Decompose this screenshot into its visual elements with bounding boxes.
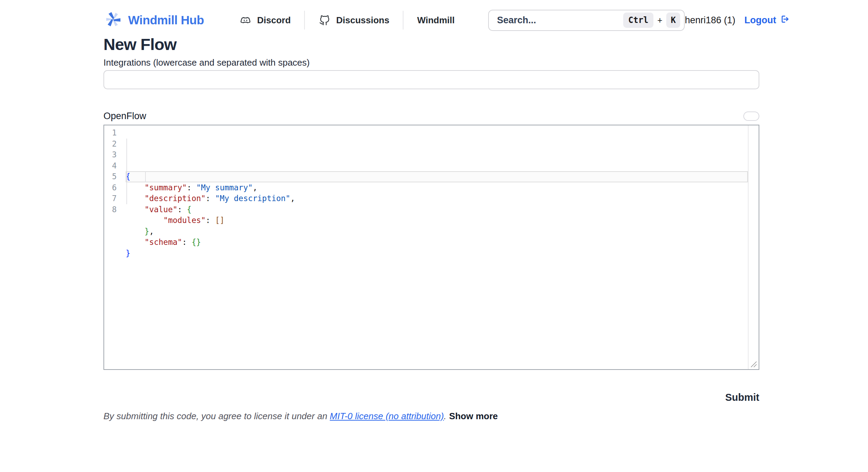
- license-suffix: .: [444, 411, 446, 421]
- line-number: 3: [104, 149, 117, 160]
- line-number: 8: [104, 204, 117, 215]
- nav-item-windmill[interactable]: Windmill: [417, 15, 454, 26]
- code-line[interactable]: "schema": {}: [126, 237, 748, 248]
- search-box: Ctrl + K: [488, 10, 685, 31]
- code-line[interactable]: "value": {: [126, 204, 748, 215]
- header: Windmill Hub Discord: [103, 0, 759, 31]
- nav-label-discord: Discord: [257, 15, 291, 26]
- nav-item-discussions[interactable]: Discussions: [318, 14, 389, 26]
- editor-resize-handle[interactable]: [749, 360, 758, 368]
- github-discussions-icon: [318, 14, 331, 26]
- main-nav: Discord Discussions Windmill: [239, 11, 454, 30]
- line-number: 7: [104, 193, 117, 204]
- brand-name: Windmill Hub: [128, 13, 204, 27]
- nav-label-discussions: Discussions: [336, 15, 389, 26]
- show-more-button[interactable]: Show more: [449, 411, 498, 421]
- code-line[interactable]: "description": "My description",: [126, 193, 748, 204]
- license-prefix: By submitting this code, you agree to li…: [103, 411, 330, 421]
- openflow-code-editor[interactable]: 12345678 { "summary": "My summary", "des…: [103, 125, 759, 370]
- page-container: Windmill Hub Discord: [103, 0, 759, 422]
- logout-label: Logout: [744, 15, 776, 26]
- license-text: By submitting this code, you agree to li…: [103, 411, 759, 422]
- nav-divider: [403, 11, 403, 30]
- search-input[interactable]: [496, 15, 623, 26]
- nav-divider: [304, 11, 305, 30]
- discord-icon: [239, 14, 252, 26]
- windmill-logo-icon: [103, 9, 123, 31]
- line-number: 6: [104, 182, 117, 193]
- editor-code[interactable]: { "summary": "My summary", "description"…: [117, 125, 748, 369]
- code-line[interactable]: "summary": "My summary",: [126, 182, 748, 193]
- integrations-input[interactable]: [103, 70, 759, 89]
- code-line[interactable]: }: [126, 248, 748, 259]
- line-number: 4: [104, 160, 117, 172]
- shortcut-separator: +: [657, 15, 662, 25]
- code-line[interactable]: "modules": []: [126, 215, 748, 226]
- submit-row: Submit: [103, 392, 759, 403]
- username: henri186 (1): [685, 15, 735, 26]
- openflow-label: OpenFlow: [103, 111, 146, 122]
- page-title: New Flow: [103, 36, 759, 52]
- line-number: 2: [104, 139, 117, 150]
- openflow-header-row: OpenFlow: [103, 111, 759, 122]
- user-area: henri186 (1) Logout: [685, 14, 790, 27]
- nav-item-discord[interactable]: Discord: [239, 14, 291, 26]
- nav-label-windmill: Windmill: [417, 15, 454, 26]
- brand-logo[interactable]: Windmill Hub: [103, 9, 204, 31]
- editor-gutter: 12345678: [104, 125, 117, 369]
- shortcut-key-k: K: [666, 13, 680, 28]
- code-line[interactable]: {: [126, 171, 748, 182]
- logout-icon: [779, 14, 790, 27]
- license-link[interactable]: MIT-0 license (no attribution): [330, 411, 444, 421]
- submit-button[interactable]: Submit: [725, 392, 759, 403]
- integrations-label: Integrations (lowercase and separated wi…: [103, 57, 759, 68]
- code-line[interactable]: },: [126, 226, 748, 237]
- line-number: 5: [104, 171, 117, 182]
- shortcut-key-ctrl: Ctrl: [623, 13, 654, 28]
- editor-toggle[interactable]: [743, 111, 759, 121]
- editor-scrollbar-track[interactable]: [748, 125, 759, 369]
- indent-guide: [145, 171, 146, 182]
- line-number: 1: [104, 127, 117, 139]
- indent-guide: [126, 139, 127, 204]
- logout-button[interactable]: Logout: [744, 14, 790, 27]
